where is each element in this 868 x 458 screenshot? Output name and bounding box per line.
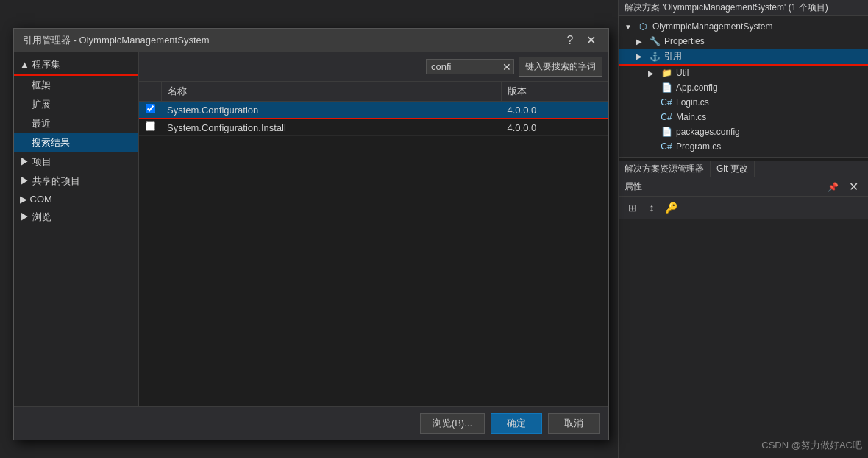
util-arrow: ▶: [648, 69, 660, 77]
nav-extensions[interactable]: 扩展: [14, 95, 138, 114]
dialog-footer: 浏览(B)... 确定 取消: [14, 406, 608, 440]
dialog-title: 引用管理器 - OlymmpicManagementSystem: [23, 34, 558, 47]
prop-grid-btn[interactable]: ⊞: [625, 200, 641, 216]
cancel-btn[interactable]: 取消: [548, 413, 600, 434]
row-name: System.Configuration: [161, 102, 501, 119]
dialog-main: ✕ 键入要搜索的字词 名称 版本: [139, 52, 608, 406]
util-folder-icon: 📁: [660, 67, 673, 79]
search-clear-btn[interactable]: ✕: [501, 61, 513, 73]
solution-explorer-header: 解决方案 'OlymmpicManagementSystem' (1 个项目): [619, 0, 868, 16]
nav-recent[interactable]: 最近: [14, 114, 138, 133]
packagesconfig-icon: 📄: [660, 126, 673, 138]
appconfig-label: App.config: [676, 82, 718, 93]
row-name: System.Configuration.Install: [161, 119, 501, 136]
solution-tabs-row: 解决方案资源管理器 Git 更改: [619, 161, 868, 177]
reference-manager-dialog: 引用管理器 - OlymmpicManagementSystem ? ✕ ▲ 程…: [13, 28, 609, 440]
nav-search-results[interactable]: 搜索结果: [14, 133, 138, 152]
dialog-body: ▲ 程序集 框架 扩展 最近 搜索结果 ▶ 项目 ▶ 共享的项目 ▶ COM: [14, 52, 608, 440]
properties-header: 属性 📌 ✕: [619, 177, 868, 197]
logincs-icon: C#: [660, 96, 673, 108]
nav-assemblies[interactable]: ▲ 程序集: [14, 55, 138, 76]
watermark: CSDN @努力做好AC吧: [761, 439, 862, 452]
tree-util[interactable]: ▶ 📁 Util: [619, 64, 868, 80]
prop-sort-btn[interactable]: ↕: [644, 200, 660, 216]
programcs-icon: C#: [660, 141, 673, 152]
maincs-icon: C#: [660, 111, 673, 123]
properties-close-btn[interactable]: ✕: [844, 178, 862, 196]
browse-btn[interactable]: 浏览(B)...: [420, 413, 485, 434]
nav-framework[interactable]: 框架: [14, 76, 138, 95]
references-label: 引用: [664, 50, 682, 63]
row-checkbox[interactable]: [146, 121, 155, 131]
row-checkbox[interactable]: [146, 104, 155, 113]
tree-properties[interactable]: ▶ 🔧 Properties: [619, 34, 868, 49]
solution-tree: ▼ ⬡ OlymmpicManagementSystem ▶ 🔧 Propert…: [619, 16, 868, 157]
ref-table-element: 名称 版本 System.Configuration4.0.0.0System.…: [139, 82, 608, 136]
search-bar: ✕ 键入要搜索的字词: [139, 52, 608, 82]
references-icon: ⚓: [648, 51, 661, 63]
tree-maincs[interactable]: C# Main.cs: [619, 110, 868, 124]
com-label: ▶ COM: [20, 194, 52, 205]
properties-icon: 🔧: [648, 35, 661, 47]
nav-shared-projects[interactable]: ▶ 共享的项目: [14, 172, 138, 191]
maincs-label: Main.cs: [676, 112, 706, 122]
table-row: System.Configuration4.0.0.0: [139, 102, 608, 119]
solution-explorer: 解决方案 'OlymmpicManagementSystem' (1 个项目) …: [618, 0, 868, 458]
tree-appconfig[interactable]: 📄 App.config: [619, 80, 868, 95]
util-label: Util: [676, 68, 689, 78]
solution-explorer-title: 解决方案 'OlymmpicManagementSystem' (1 个项目): [625, 1, 828, 14]
browse-nav-label: ▶ 浏览: [20, 211, 51, 224]
nav-com[interactable]: ▶ COM: [14, 191, 138, 208]
dialog-nav: ▲ 程序集 框架 扩展 最近 搜索结果 ▶ 项目 ▶ 共享的项目 ▶ COM: [14, 52, 139, 406]
row-version: 4.0.0.0: [501, 102, 608, 119]
assemblies-label: ▲ 程序集: [20, 58, 60, 71]
logincs-label: Login.cs: [676, 97, 709, 108]
dialog-close-btn[interactable]: ✕: [582, 32, 600, 49]
search-tooltip: 键入要搜索的字词: [519, 57, 602, 77]
dialog-content: ▲ 程序集 框架 扩展 最近 搜索结果 ▶ 项目 ▶ 共享的项目 ▶ COM: [14, 52, 608, 406]
projects-label: ▶ 项目: [20, 155, 51, 169]
col-name[interactable]: 名称: [161, 82, 501, 102]
col-checkbox: [139, 82, 161, 102]
properties-arrow: ▶: [636, 38, 648, 46]
dialog-titlebar: 引用管理器 - OlymmpicManagementSystem ? ✕: [14, 29, 608, 52]
project-label: OlymmpicManagementSystem: [652, 21, 772, 32]
appconfig-icon: 📄: [660, 82, 673, 94]
tree-project[interactable]: ▼ ⬡ OlymmpicManagementSystem: [619, 19, 868, 34]
properties-title: 属性: [625, 180, 821, 193]
reference-table: 名称 版本 System.Configuration4.0.0.0System.…: [139, 82, 608, 406]
properties-label: Properties: [664, 36, 705, 46]
shared-projects-label: ▶ 共享的项目: [20, 175, 80, 188]
properties-pin-btn[interactable]: 📌: [824, 178, 842, 196]
ok-btn[interactable]: 确定: [491, 413, 542, 434]
properties-toolbar: ⊞ ↕ 🔑: [619, 197, 868, 219]
col-version[interactable]: 版本: [501, 82, 608, 102]
properties-panel: 属性 📌 ✕ ⊞ ↕ 🔑: [619, 177, 868, 219]
tree-programcs[interactable]: C# Program.cs: [619, 139, 868, 154]
table-row: System.Configuration.Install4.0.0.0: [139, 119, 608, 136]
project-icon: ⬡: [636, 21, 650, 32]
tree-logincs[interactable]: C# Login.cs: [619, 95, 868, 110]
nav-browse[interactable]: ▶ 浏览: [14, 208, 138, 227]
tree-packagesconfig[interactable]: 📄 packages.config: [619, 124, 868, 139]
references-arrow: ▶: [636, 52, 648, 60]
row-version: 4.0.0.0: [501, 119, 608, 136]
prop-key-btn[interactable]: 🔑: [663, 200, 679, 216]
packagesconfig-label: packages.config: [676, 127, 740, 137]
programcs-label: Program.cs: [676, 141, 721, 152]
dialog-help-btn[interactable]: ?: [561, 32, 579, 49]
project-arrow: ▼: [625, 23, 636, 31]
tab-git[interactable]: Git 更改: [711, 161, 755, 177]
tree-references[interactable]: ▶ ⚓ 引用: [619, 49, 868, 64]
tab-solution-explorer[interactable]: 解决方案资源管理器: [619, 161, 711, 177]
search-input-wrapper: ✕: [426, 59, 514, 74]
nav-projects[interactable]: ▶ 项目: [14, 152, 138, 172]
